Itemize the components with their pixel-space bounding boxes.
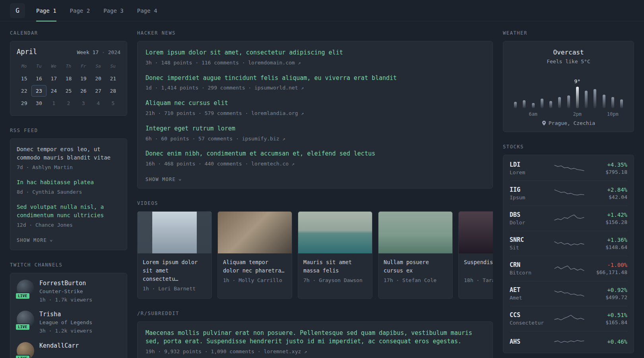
rss-item-title[interactable]: In hac habitasse platea bbox=[17, 178, 120, 187]
section-title-hackernews: HACKER NEWS bbox=[137, 30, 493, 36]
rss-item-meta: 7d · Ashlyn Martin bbox=[17, 164, 120, 171]
stock-row[interactable]: CRNBitcorn-1.00%$66,171.48 bbox=[510, 256, 627, 281]
video-card[interactable]: Mauris sit amet massa felis7h · Grayson … bbox=[298, 211, 372, 299]
video-card-body: Suspendisse diam18h · Tara bbox=[459, 253, 493, 290]
stock-change: +1.36% bbox=[592, 237, 627, 243]
calendar-day[interactable]: 18 bbox=[61, 73, 76, 84]
channel-name[interactable]: ForrestBurton bbox=[39, 280, 86, 287]
calendar-day[interactable]: 2 bbox=[61, 97, 76, 109]
rss-show-more-button[interactable]: SHOW MORE ⌄ bbox=[17, 237, 53, 243]
calendar-day[interactable]: 5 bbox=[106, 97, 120, 109]
video-title[interactable]: Lorem ipsum dolor sit amet consectetu… bbox=[143, 258, 206, 283]
subreddit-item-domain[interactable]: loremnet.xyz bbox=[264, 348, 304, 354]
hn-item-domain[interactable]: ipsumworld.net bbox=[254, 85, 301, 91]
subreddit-item-title[interactable]: Maecenas mollis pulvinar erat non posuer… bbox=[145, 329, 485, 346]
calendar-header: April Week 17 · 2024 bbox=[17, 48, 120, 56]
hn-item-title[interactable]: Donec imperdiet augue tincidunt felis al… bbox=[145, 74, 485, 83]
tab-page-2[interactable]: Page 2 bbox=[70, 0, 90, 21]
calendar-day[interactable]: 23 bbox=[31, 85, 46, 97]
stock-change: -1.00% bbox=[592, 262, 627, 268]
hn-item-title[interactable]: Lorem ipsum dolor sit amet, consectetur … bbox=[145, 49, 485, 57]
tab-page-1[interactable]: Page 1 bbox=[36, 0, 56, 21]
hn-item-title[interactable]: Donec enim nibh, condimentum et accumsan… bbox=[145, 150, 485, 158]
stock-row[interactable]: DBSDolor+1.42%$156.28 bbox=[510, 206, 627, 231]
channel-game: League of Legends bbox=[39, 319, 92, 325]
calendar-section: CALENDAR April Week 17 · 2024 MoTuWeThFr… bbox=[10, 30, 127, 116]
calendar-day[interactable]: 22 bbox=[17, 85, 31, 97]
right-column: WEATHER Overcast Feels like 5°C 6am9°2pm… bbox=[503, 30, 634, 358]
calendar-day[interactable]: 19 bbox=[76, 73, 91, 84]
channel-name[interactable]: KendallCarr bbox=[39, 342, 79, 349]
calendar-year: 2024 bbox=[108, 49, 120, 55]
weather-bar bbox=[620, 99, 623, 108]
stock-row[interactable]: LDILorem+4.35%$795.18 bbox=[510, 156, 627, 181]
calendar-day[interactable]: 26 bbox=[76, 85, 91, 97]
calendar-day[interactable]: 21 bbox=[106, 73, 120, 84]
stock-name: Dolor bbox=[510, 220, 546, 226]
twitch-channel: LIVETrishaLeague of Legends3h · 1.2k vie… bbox=[17, 311, 120, 335]
calendar-day[interactable]: 30 bbox=[31, 97, 46, 109]
hn-item-title[interactable]: Aliquam nec cursus elit bbox=[145, 99, 485, 108]
stock-row[interactable]: IIGIpsum+2.84%$42.04 bbox=[510, 181, 627, 206]
stock-row[interactable]: AETAmet+0.92%$499.72 bbox=[510, 281, 627, 306]
video-card[interactable]: Aliquam tempor dolor nec pharetra…1h · M… bbox=[217, 211, 292, 299]
stock-change: +4.35% bbox=[592, 161, 627, 168]
calendar-day[interactable]: 20 bbox=[91, 73, 105, 84]
video-thumbnail[interactable] bbox=[378, 212, 452, 253]
video-thumbnail[interactable] bbox=[138, 212, 211, 253]
weather-bar bbox=[549, 101, 552, 108]
avatar: LIVE bbox=[17, 311, 34, 328]
calendar-day[interactable]: 29 bbox=[17, 97, 31, 109]
hn-item-title[interactable]: Integer eget rutrum lorem bbox=[145, 125, 485, 133]
weather-bar-column bbox=[602, 70, 606, 108]
calendar-day[interactable]: 16 bbox=[31, 73, 46, 84]
calendar-day[interactable]: 27 bbox=[91, 85, 105, 97]
stock-sparkline bbox=[546, 263, 592, 274]
video-title[interactable]: Nullam posuere cursus ex bbox=[384, 258, 447, 275]
video-title[interactable]: Aliquam tempor dolor nec pharetra… bbox=[223, 258, 287, 275]
stock-sparkline bbox=[546, 213, 592, 224]
calendar-day[interactable]: 1 bbox=[47, 97, 61, 109]
hackernews-list: Lorem ipsum dolor sit amet, consectetur … bbox=[145, 49, 485, 168]
weather-bar-column bbox=[567, 70, 570, 108]
stock-row[interactable]: CCSConsectetur+0.51%$165.84 bbox=[510, 306, 627, 331]
video-card-body: Aliquam tempor dolor nec pharetra…1h · M… bbox=[218, 253, 292, 290]
sparkline-chart bbox=[554, 337, 585, 347]
calendar-day[interactable]: 3 bbox=[76, 97, 91, 109]
video-thumbnail[interactable] bbox=[218, 212, 292, 253]
calendar-day[interactable]: 25 bbox=[61, 85, 76, 97]
stock-values: -1.00%$66,171.48 bbox=[592, 262, 627, 275]
video-title[interactable]: Suspendisse diam bbox=[464, 258, 493, 275]
stock-symbol: CRN bbox=[510, 261, 546, 268]
channel-name[interactable]: Trisha bbox=[39, 311, 61, 318]
hn-item-domain[interactable]: loremlandia.org bbox=[251, 110, 301, 116]
hn-item-meta: 6h · 60 points · 57 comments · ipsumify.… bbox=[145, 135, 485, 143]
hn-item-domain[interactable]: loremtech.co bbox=[251, 161, 292, 167]
calendar-day[interactable]: 15 bbox=[17, 73, 31, 84]
sparkline-chart bbox=[554, 238, 585, 249]
avatar: LIVE bbox=[17, 342, 34, 358]
calendar-day-header: Tu bbox=[31, 60, 46, 72]
tab-page-3[interactable]: Page 3 bbox=[103, 0, 124, 21]
tab-page-4[interactable]: Page 4 bbox=[137, 0, 157, 21]
video-card[interactable]: Suspendisse diam18h · Tara bbox=[458, 211, 493, 299]
video-thumbnail[interactable] bbox=[298, 212, 372, 253]
hn-item-domain[interactable]: loremdomain.com bbox=[248, 60, 298, 66]
calendar-week-label: Week 17 bbox=[77, 49, 99, 55]
stock-row[interactable]: AHS+0.46% bbox=[510, 331, 627, 352]
hn-item-domain[interactable]: ipsumify.biz bbox=[242, 136, 283, 142]
calendar-day[interactable]: 4 bbox=[91, 97, 105, 109]
rss-item-title[interactable]: Sed volutpat nulla nisl, a condimentum n… bbox=[17, 203, 120, 220]
calendar-day[interactable]: 28 bbox=[106, 85, 120, 97]
calendar-day[interactable]: 17 bbox=[47, 73, 61, 84]
video-thumbnail[interactable] bbox=[459, 212, 493, 253]
video-card[interactable]: Nullam posuere cursus ex17h · Stefan Col… bbox=[378, 211, 453, 299]
calendar-day[interactable]: 24 bbox=[47, 85, 61, 97]
app-logo[interactable]: G bbox=[10, 3, 25, 18]
hackernews-show-more-button[interactable]: SHOW MORE ⌄ bbox=[145, 177, 182, 183]
video-card[interactable]: Lorem ipsum dolor sit amet consectetu…1h… bbox=[137, 211, 212, 299]
video-title[interactable]: Mauris sit amet massa felis bbox=[303, 258, 367, 275]
rss-item-title[interactable]: Donec tempor eros leo, ut commodo mauris… bbox=[17, 145, 120, 162]
stock-symbol: IIG bbox=[510, 186, 546, 193]
stock-row[interactable]: SNRCSit+1.36%$148.64 bbox=[510, 231, 627, 256]
